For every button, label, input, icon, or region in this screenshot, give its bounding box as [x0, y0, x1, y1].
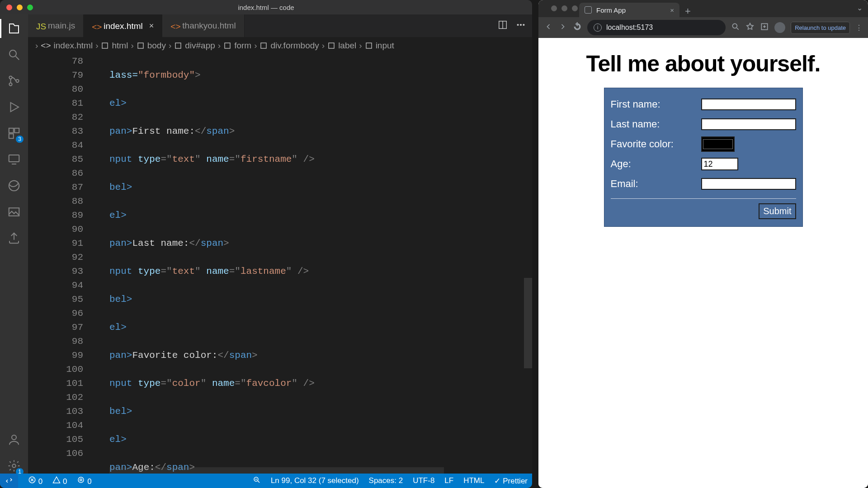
- install-app-icon[interactable]: [760, 22, 769, 33]
- more-actions-icon[interactable]: [516, 20, 526, 32]
- breadcrumb-item[interactable]: html: [112, 41, 128, 51]
- html-file-icon: <>: [41, 41, 51, 51]
- settings-gear-icon[interactable]: 1: [6, 458, 22, 474]
- window-controls: [545, 5, 578, 11]
- extensions-icon[interactable]: 3: [6, 126, 22, 141]
- age-input[interactable]: [701, 158, 738, 170]
- split-editor-icon[interactable]: [498, 20, 508, 32]
- line-number-gutter: 7879808182838485868788899091929394959697…: [28, 54, 96, 474]
- settings-badge: 1: [16, 468, 24, 475]
- breadcrumb-item[interactable]: body: [147, 41, 166, 51]
- svg-rect-6: [9, 134, 14, 138]
- close-window-button[interactable]: [551, 5, 557, 11]
- svg-point-27: [733, 23, 737, 28]
- zoom-icon[interactable]: [731, 22, 740, 33]
- breadcrumb-item[interactable]: div.formbody: [270, 41, 319, 51]
- tab-thankyou-html[interactable]: <> thankyou.html: [162, 14, 244, 37]
- email-input[interactable]: [701, 178, 796, 190]
- svg-rect-9: [9, 208, 19, 216]
- breadcrumb-item[interactable]: form: [234, 41, 251, 51]
- chevron-down-icon[interactable]: ⌄: [857, 4, 863, 12]
- run-debug-icon[interactable]: [6, 99, 22, 115]
- encoding[interactable]: UTF-8: [413, 476, 434, 485]
- close-tab-icon[interactable]: ×: [149, 21, 154, 31]
- vscode-window: index.html — code 3 1 JS: [0, 0, 532, 488]
- cursor-position[interactable]: Ln 99, Col 32 (7 selected): [271, 476, 359, 485]
- svg-point-13: [517, 24, 519, 26]
- browser-tab[interactable]: Form App ×: [579, 3, 679, 17]
- submit-button[interactable]: Submit: [759, 203, 796, 219]
- svg-point-3: [16, 80, 19, 82]
- url-text: localhost:5173: [606, 23, 653, 32]
- edge-tools-icon[interactable]: [6, 178, 22, 193]
- maximize-window-button[interactable]: [572, 5, 578, 11]
- svg-rect-21: [329, 43, 334, 48]
- image-preview-icon[interactable]: [6, 204, 22, 220]
- explorer-icon[interactable]: [6, 21, 22, 36]
- language-mode[interactable]: HTML: [463, 476, 484, 485]
- first-name-input[interactable]: [701, 99, 796, 110]
- breadcrumb-item[interactable]: div#app: [185, 41, 215, 51]
- svg-point-11: [12, 464, 16, 468]
- status-bar: 0 0 0 Ln 99, Col 32 (7 selected) Spaces:…: [0, 474, 532, 488]
- ports-count[interactable]: 0: [77, 476, 91, 486]
- minimap-slider[interactable]: [524, 278, 532, 368]
- field-label: Email:: [611, 178, 697, 190]
- source-control-icon[interactable]: [6, 73, 22, 89]
- zoom-indicator[interactable]: [253, 476, 261, 486]
- accounts-icon[interactable]: [6, 432, 22, 447]
- indentation[interactable]: Spaces: 2: [369, 476, 403, 485]
- back-button[interactable]: [544, 22, 553, 33]
- breadcrumbs[interactable]: › <> index.html › html › body › div#app …: [28, 37, 532, 54]
- svg-rect-7: [9, 155, 19, 162]
- eol[interactable]: LF: [444, 476, 453, 485]
- live-share-icon[interactable]: [6, 230, 22, 246]
- svg-point-2: [9, 83, 12, 85]
- svg-rect-18: [175, 43, 181, 48]
- site-info-icon[interactable]: i: [594, 23, 602, 32]
- errors-count[interactable]: 0: [28, 476, 42, 486]
- relaunch-button[interactable]: Relaunch to update: [791, 22, 850, 34]
- last-name-input[interactable]: [701, 118, 796, 130]
- breadcrumb-item[interactable]: label: [338, 41, 356, 51]
- color-input[interactable]: [701, 136, 735, 152]
- prettier-status[interactable]: ✓ Prettier: [494, 476, 528, 486]
- page-heading: Tell me about yourself.: [548, 51, 858, 77]
- html-file-icon: <>: [92, 22, 100, 30]
- warnings-count[interactable]: 0: [52, 476, 67, 486]
- svg-rect-19: [225, 43, 230, 48]
- breadcrumb-item[interactable]: index.html: [54, 41, 93, 51]
- code-text[interactable]: lass="formbody"> el> pan>First name:</sp…: [109, 54, 532, 474]
- address-bar[interactable]: i localhost:5173: [587, 20, 726, 35]
- field-label: First name:: [611, 99, 697, 110]
- tab-main-js[interactable]: JS main.js: [28, 14, 84, 37]
- bookmark-star-icon[interactable]: [745, 22, 755, 33]
- favicon-icon: [585, 6, 592, 14]
- page-content: Tell me about yourself. First name: Last…: [538, 38, 868, 488]
- editor-tabs: JS main.js <> index.html × <> thankyou.h…: [28, 14, 532, 37]
- vscode-titlebar: index.html — code: [0, 0, 532, 14]
- forward-button[interactable]: [558, 22, 567, 33]
- activity-bar: 3 1: [0, 14, 28, 474]
- kebab-menu-icon[interactable]: ⋮: [855, 23, 863, 32]
- breadcrumb-item[interactable]: input: [376, 41, 394, 51]
- html-file-icon: <>: [170, 22, 179, 30]
- remote-indicator[interactable]: [0, 474, 18, 488]
- field-last-name: Last name:: [611, 114, 796, 134]
- new-tab-button[interactable]: +: [679, 5, 696, 17]
- tab-label: thankyou.html: [182, 21, 236, 31]
- remote-explorer-icon[interactable]: [6, 152, 22, 167]
- close-tab-icon[interactable]: ×: [670, 6, 674, 14]
- minimize-window-button[interactable]: [561, 5, 567, 11]
- browser-toolbar: i localhost:5173 Relaunch to update ⋮: [538, 17, 868, 38]
- reload-button[interactable]: [573, 22, 582, 33]
- svg-rect-5: [14, 128, 19, 133]
- code-editor[interactable]: 7879808182838485868788899091929394959697…: [28, 54, 532, 474]
- search-icon[interactable]: [6, 47, 22, 62]
- profile-avatar[interactable]: [774, 22, 785, 33]
- field-email: Email:: [611, 174, 796, 194]
- svg-point-10: [12, 435, 16, 440]
- field-age: Age:: [611, 154, 796, 174]
- horizontal-scrollbar[interactable]: [109, 467, 444, 474]
- tab-index-html[interactable]: <> index.html ×: [84, 14, 162, 37]
